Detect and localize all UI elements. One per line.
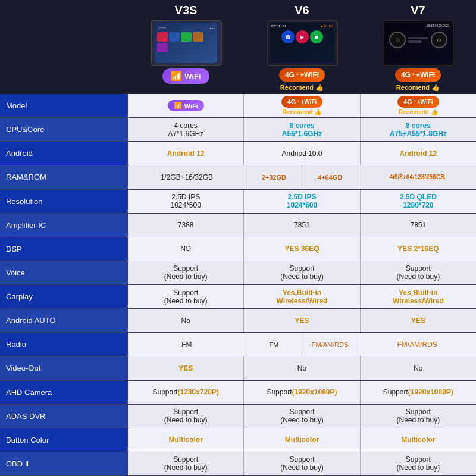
v7-android-auto: YES <box>361 309 476 332</box>
label-radio: Radio <box>0 333 128 356</box>
row-obd: OBD Ⅱ Support(Need to buy) Support(Need … <box>0 452 476 476</box>
v6-adas: Support(Need to buy) <box>244 405 360 428</box>
v6-obd: Support(Need to buy) <box>244 452 360 475</box>
v7-resolution: 2.5D QLED1280*720 <box>361 190 476 213</box>
label-android-auto: Android AUTO <box>0 309 128 332</box>
label-button-color: Button Color <box>0 428 128 452</box>
v6-resolution: 2.5D IPS1024*600 <box>244 190 360 213</box>
v6-wifi-badge: 4G⁺+WiFi <box>279 68 325 82</box>
label-dsp: DSP <box>0 237 128 261</box>
v7-model: 4G⁺+WiFi Recomend 👍 <box>361 94 476 117</box>
v7-cpu: 8 coresA75+A55*1.8GHz <box>361 118 476 141</box>
v6-model-badge: 4G⁺+WiFi <box>281 96 323 108</box>
label-ahd: AHD Camera <box>0 381 128 404</box>
v6-android: Andriod 10.0 <box>244 142 360 165</box>
row-cpu: CPU&Core 4 coresA7*1.6GHz 8 coresA55*1.6… <box>0 118 476 142</box>
v7-ram: 4/6/8+64/128/256GB <box>358 165 476 189</box>
v3s-radio: FM <box>128 333 246 356</box>
header-v6: V6 2021-11-11 ■ 91.80 ☎ ▶ ⏹ 4G⁺+WiFi <box>244 4 360 92</box>
row-adas: ADAS DVR Support(Need to buy) Support(Ne… <box>0 405 476 428</box>
label-adas: ADAS DVR <box>0 405 128 428</box>
row-amplifier: Amplifier IC 7388 7851 7851 <box>0 214 476 237</box>
label-carplay: Carplay <box>0 285 128 308</box>
label-android: Android <box>0 142 128 165</box>
v3s-button-color: Multicolor <box>128 428 244 452</box>
v6-dsp: YES 36EQ <box>244 237 360 261</box>
v3s-amplifier: 7388 <box>128 214 244 237</box>
row-dsp: DSP NO YES 36EQ YES 2*16EQ <box>0 237 476 261</box>
v3s-carplay: Support(Need to buy) <box>128 285 244 308</box>
label-model: Model <box>0 94 128 117</box>
label-obd: OBD Ⅱ <box>0 452 128 475</box>
v3s-model: 📶WiFi <box>128 94 244 117</box>
row-button-color: Button Color Multicolor Multicolor Multi… <box>0 428 476 452</box>
row-videoout: Video-Out YES No No <box>0 356 476 380</box>
v7-button-color: Multicolor <box>361 428 476 452</box>
row-radio: Radio FM FM FM/AM/RDS FM/AM/RDS <box>0 333 476 356</box>
v3s-wifi-badge: 📶 WiFi <box>162 68 209 84</box>
label-videoout: Video-Out <box>0 356 128 380</box>
v7-dsp: YES 2*16EQ <box>361 237 476 261</box>
v3s-adas: Support(Need to buy) <box>128 405 244 428</box>
label-amplifier: Amplifier IC <box>0 214 128 237</box>
label-voice: Voice <box>0 261 128 284</box>
v3s-voice: Support(Need to buy) <box>128 261 244 284</box>
v6-videoout: No <box>244 356 360 380</box>
v7-recommend: Recomend 👍 <box>396 84 440 92</box>
v6-radio: FM FM/AM/RDS <box>246 333 359 356</box>
v7-title: V7 <box>411 4 425 17</box>
header-v7: V7 15:03 04.09.2021 ⊙ ⊙ 4G⁺+WiFi <box>360 4 476 92</box>
v6-carplay: Yes,Built-inWireless/Wired <box>244 285 360 308</box>
v6-voice: Support(Need to buy) <box>244 261 360 284</box>
row-carplay: Carplay Support(Need to buy) Yes,Built-i… <box>0 285 476 309</box>
v6-ahd: Support(1920x1080P) <box>244 381 360 404</box>
v3s-resolution: 2.5D IPS1024*600 <box>128 190 244 213</box>
v6-model: 4G⁺+WiFi Recomend 👍 <box>244 94 360 117</box>
row-android: Android Android 12 Andriod 10.0 Android … <box>0 142 476 165</box>
v6-ram: 2+32GB 4+64GB <box>246 165 359 189</box>
v7-device-image: 15:03 04.09.2021 ⊙ ⊙ <box>383 20 454 66</box>
row-ram: RAM&ROM 1/2GB+16/32GB 2+32GB 4+64GB 4/6/… <box>0 165 476 189</box>
v7-radio: FM/AM/RDS <box>358 333 476 356</box>
v6-android-auto: YES <box>244 309 360 332</box>
row-voice: Voice Support(Need to buy) Support(Need … <box>0 261 476 285</box>
v7-ahd: Support(1920x1080P) <box>361 381 476 404</box>
v7-adas: Support(Need to buy) <box>361 405 476 428</box>
label-cpu: CPU&Core <box>0 118 128 141</box>
comparison-table: Model 📶WiFi 4G⁺+WiFi Recomend 👍 4G⁺+WiFi… <box>0 94 476 476</box>
v6-title: V6 <box>295 4 309 17</box>
v3s-dsp: NO <box>128 237 244 261</box>
v6-button-color: Multicolor <box>244 428 360 452</box>
v3s-android-auto: No <box>128 309 244 332</box>
label-resolution: Resolution <box>0 190 128 213</box>
header-v3s: V3S 11:55 ●●● 📶 <box>128 4 244 92</box>
v7-obd: Support(Need to buy) <box>361 452 476 475</box>
row-ahd: AHD Camera Support(1280x720P) Support(19… <box>0 381 476 405</box>
v3s-obd: Support(Need to buy) <box>128 452 244 475</box>
label-ram: RAM&ROM <box>0 165 128 189</box>
v7-android: Android 12 <box>361 142 476 165</box>
v3s-title: V3S <box>175 4 198 17</box>
v6-amplifier: 7851 <box>244 214 360 237</box>
v3s-device-image: 11:55 ●●● <box>151 20 222 66</box>
v7-amplifier: 7851 <box>361 214 476 237</box>
v6-cpu: 8 coresA55*1.6GHz <box>244 118 360 141</box>
v6-device-image: 2021-11-11 ■ 91.80 ☎ ▶ ⏹ <box>267 20 338 66</box>
v3s-model-badge: 📶WiFi <box>168 100 204 111</box>
v3s-ahd: Support(1280x720P) <box>128 381 244 404</box>
row-resolution: Resolution 2.5D IPS1024*600 2.5D IPS1024… <box>0 190 476 214</box>
v7-voice: Support(Need to buy) <box>361 261 476 284</box>
v7-wifi-badge: 4G⁺+WiFi <box>395 68 441 82</box>
v7-videoout: No <box>361 356 476 380</box>
v7-carplay: Yes,Built-inWireless/Wired <box>361 285 476 308</box>
row-model: Model 📶WiFi 4G⁺+WiFi Recomend 👍 4G⁺+WiFi… <box>0 94 476 118</box>
v3s-android: Android 12 <box>128 142 244 165</box>
v3s-videoout: YES <box>128 356 244 380</box>
v6-recommend: Recomend 👍 <box>280 84 324 92</box>
row-android-auto: Android AUTO No YES YES <box>0 309 476 333</box>
v3s-cpu: 4 coresA7*1.6GHz <box>128 118 244 141</box>
v3s-ram: 1/2GB+16/32GB <box>128 165 246 189</box>
v7-model-badge: 4G⁺+WiFi <box>397 96 439 108</box>
